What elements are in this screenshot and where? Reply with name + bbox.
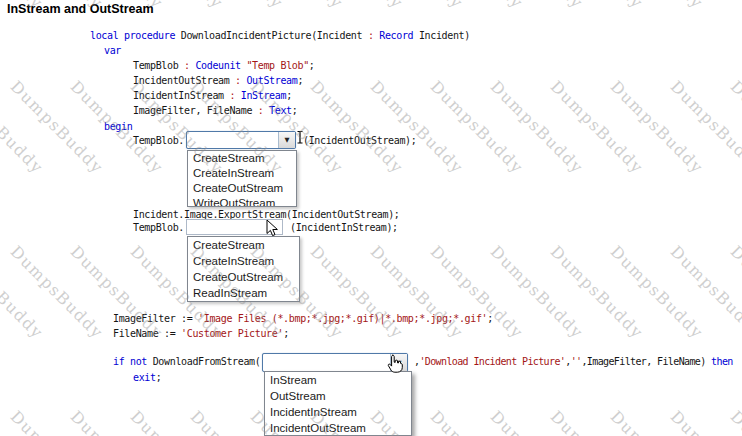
watermark-text: DumpsBuddy xyxy=(607,407,708,436)
code-line: TempBlob. xyxy=(133,222,184,234)
watermark-text: DumpsBuddy xyxy=(607,0,708,13)
code-token: Codeunit xyxy=(195,60,240,71)
dropdown-option[interactable]: InStream xyxy=(265,372,411,388)
watermark-text: DumpsBuddy xyxy=(7,407,108,436)
code-token: exit xyxy=(133,372,156,383)
code-line: IncidentOutStream : OutStream; xyxy=(133,75,303,87)
watermark-text: DumpsBuddy xyxy=(487,77,588,178)
code-token: ; xyxy=(286,90,292,101)
watermark-text: DumpsBuddy xyxy=(187,0,288,13)
code-token: 'Download Incident Picture' xyxy=(419,356,565,367)
watermark-text: DumpsBuddy xyxy=(67,407,168,436)
watermark-text: DumpsBuddy xyxy=(487,407,588,436)
watermark-text: DumpsBuddy xyxy=(0,77,47,178)
dropdown-option[interactable]: CreateStream xyxy=(188,151,296,166)
watermark-text: DumpsBuddy xyxy=(367,0,468,13)
watermark-text: DumpsBuddy xyxy=(547,0,648,13)
watermark-text: DumpsBuddy xyxy=(667,407,742,436)
code-token: 'Customer Picture' xyxy=(181,328,283,339)
watermark-text: DumpsBuddy xyxy=(427,0,528,13)
tempblob-outstream-method-dropdown[interactable]: ▼ xyxy=(186,131,296,149)
watermark-text: DumpsBuddy xyxy=(547,242,648,343)
code-token: Incident) xyxy=(413,30,470,41)
code-token: Text xyxy=(269,105,292,116)
dropdown-option[interactable]: CreateInStream xyxy=(188,166,296,181)
dropdown-option[interactable]: CreateOutStream xyxy=(188,181,296,196)
watermark-text: DumpsBuddy xyxy=(0,407,47,436)
code-token: begin xyxy=(104,121,132,132)
code-token: (IncidentInStream); xyxy=(290,222,398,233)
code-line: (IncidentInStream); xyxy=(290,222,398,234)
code-line: ImageFilter := 'Image Files (*.bmp;*.jpg… xyxy=(113,313,493,325)
text-cursor-icon xyxy=(296,130,304,145)
dropdown-option[interactable]: WriteOutStream xyxy=(188,196,296,207)
watermark-text: DumpsBuddy xyxy=(607,242,708,343)
code-token: TempBlob. xyxy=(133,222,184,233)
code-token: ; xyxy=(156,372,162,383)
code-line: if not DownloadFromStream( xyxy=(113,356,260,368)
code-token: InStream xyxy=(241,90,286,101)
watermark-text: DumpsBuddy xyxy=(547,77,648,178)
watermark-text: DumpsBuddy xyxy=(727,407,742,436)
code-token: '' xyxy=(571,356,582,367)
code-token: 'Image Files (*.bmp;*.jpg;*.gif)|*.bmp;*… xyxy=(198,313,487,324)
tempblob-outstream-method-dropdown-list: CreateStreamCreateInStreamCreateOutStrea… xyxy=(187,150,297,207)
code-token: "Temp Blob" xyxy=(241,60,309,71)
dropdown-option[interactable]: CreateOutStream xyxy=(188,269,299,285)
code-token: ; xyxy=(309,60,315,71)
code-token: then xyxy=(711,356,733,367)
watermark-text: DumpsBuddy xyxy=(367,77,468,178)
tempblob-instream-method-dropdown-list: CreateStreamCreateInStreamCreateOutStrea… xyxy=(187,236,300,302)
code-line: ,'Download Incident Picture','',ImageFil… xyxy=(414,356,733,368)
code-token: TempBlob xyxy=(133,60,184,71)
watermark-text: DumpsBuddy xyxy=(427,407,528,436)
code-line: ImageFilter, FileName : Text; xyxy=(133,105,297,117)
code-token: local procedure xyxy=(90,30,175,41)
watermark-text: DumpsBuddy xyxy=(7,77,108,178)
code-token: ImageFilter, FileName xyxy=(133,105,258,116)
downloadfromstream-stream-dropdown-list: InStreamOutStreamIncidentInStreamInciden… xyxy=(264,371,412,436)
code-token: IncidentOutStream xyxy=(133,75,235,86)
hand-cursor-icon xyxy=(387,354,403,374)
code-line: begin xyxy=(104,121,132,133)
watermark-text: DumpsBuddy xyxy=(607,77,708,178)
chevron-down-icon[interactable]: ▼ xyxy=(278,132,295,148)
watermark-text: DumpsBuddy xyxy=(727,242,742,343)
watermark-text: DumpsBuddy xyxy=(727,0,742,13)
screenshot-canvas: InStream and OutStream local procedure D… xyxy=(0,0,742,436)
watermark-text: DumpsBuddy xyxy=(667,0,742,13)
watermark-text: DumpsBuddy xyxy=(487,242,588,343)
watermark-text: DumpsBuddy xyxy=(427,77,528,178)
code-token: ; xyxy=(297,75,303,86)
watermark-text: DumpsBuddy xyxy=(7,242,108,343)
code-line: local procedure DownloadIncidentPicture(… xyxy=(90,30,470,42)
code-token: ,ImageFilter, FileName) xyxy=(581,356,711,367)
arrow-cursor-icon xyxy=(266,219,279,237)
code-token: (IncidentOutStream); xyxy=(303,135,416,146)
code-token: DownloadFromStream( xyxy=(147,356,260,367)
watermark-text: DumpsBuddy xyxy=(727,77,742,178)
dropdown-option[interactable]: OutStream xyxy=(265,388,411,404)
watermark-text: DumpsBuddy xyxy=(667,242,742,343)
code-line: IncidentInStream : InStream; xyxy=(133,90,292,102)
dropdown-option[interactable]: CreateStream xyxy=(188,237,299,253)
code-token: TempBlob. xyxy=(133,135,184,146)
dropdown-option[interactable]: ReadInStream xyxy=(188,285,299,301)
code-line: TempBlob : Codeunit "Temp Blob"; xyxy=(133,60,314,72)
dropdown-option[interactable]: IncidentOutStream xyxy=(265,420,411,436)
code-token: ImageFilter := xyxy=(113,313,198,324)
code-line: FileName := 'Customer Picture'; xyxy=(113,328,289,340)
watermark-text: DumpsBuddy xyxy=(307,77,408,178)
code-line: TempBlob. xyxy=(133,135,184,147)
dropdown-option[interactable]: CreateInStream xyxy=(188,253,299,269)
code-token: IncidentInStream xyxy=(133,90,229,101)
code-token: Record xyxy=(379,30,413,41)
dropdown-option[interactable]: IncidentInStream xyxy=(265,404,411,420)
watermark-text: DumpsBuddy xyxy=(0,242,47,343)
code-token: if not xyxy=(113,356,147,367)
code-token: var xyxy=(104,45,121,56)
code-line: (IncidentOutStream); xyxy=(303,135,416,147)
watermark-text: DumpsBuddy xyxy=(307,242,408,343)
code-token: DownloadIncidentPicture(Incident xyxy=(175,30,368,41)
watermark-text: DumpsBuddy xyxy=(427,242,528,343)
